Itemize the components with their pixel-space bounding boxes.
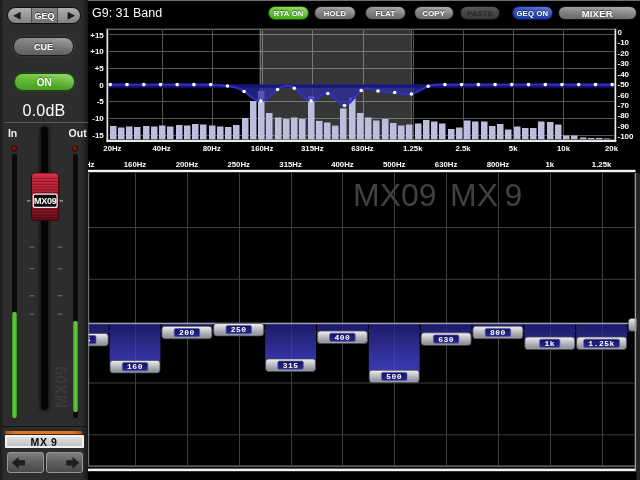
svg-text:5k: 5k (509, 144, 518, 153)
svg-text:10k: 10k (557, 144, 571, 153)
svg-text:-10: -10 (92, 114, 104, 123)
svg-text:400: 400 (334, 333, 350, 342)
svg-text:160: 160 (127, 362, 143, 371)
svg-text:200: 200 (179, 328, 195, 337)
svg-text:-5: -5 (97, 97, 105, 106)
svg-text:1.25k: 1.25k (592, 160, 612, 169)
svg-text:315: 315 (283, 361, 299, 370)
svg-text:160Hz: 160Hz (124, 160, 147, 169)
svg-text:9: 9 (505, 177, 523, 213)
svg-text:+10: +10 (90, 47, 104, 56)
svg-text:315Hz: 315Hz (279, 160, 302, 169)
svg-text:MX: MX (450, 177, 498, 213)
svg-text:-70: -70 (618, 101, 630, 110)
svg-text:400Hz: 400Hz (331, 160, 354, 169)
svg-text:-100: -100 (618, 132, 635, 141)
svg-text:80Hz: 80Hz (203, 144, 221, 153)
svg-text:-15: -15 (92, 131, 104, 140)
svg-text:250: 250 (231, 325, 247, 334)
svg-text:-80: -80 (618, 111, 630, 120)
svg-text:200Hz: 200Hz (176, 160, 199, 169)
svg-text:1k: 1k (544, 339, 555, 348)
svg-text:2.5k: 2.5k (455, 144, 471, 153)
svg-text:-30: -30 (618, 59, 630, 68)
svg-text:500Hz: 500Hz (383, 160, 406, 169)
svg-text:160Hz: 160Hz (251, 144, 274, 153)
svg-text:-60: -60 (618, 91, 630, 100)
svg-text:0: 0 (99, 81, 104, 90)
svg-text:+5: +5 (95, 64, 105, 73)
svg-text:0: 0 (618, 28, 623, 37)
svg-text:MX09: MX09 (34, 196, 57, 206)
svg-text:+15: +15 (90, 31, 104, 40)
svg-text:500: 500 (386, 372, 402, 381)
svg-text:1k: 1k (545, 160, 554, 169)
svg-text:800: 800 (490, 328, 506, 337)
svg-text:MX09: MX09 (53, 366, 70, 408)
svg-text:1.25k: 1.25k (588, 339, 615, 348)
svg-text:20k: 20k (605, 144, 619, 153)
svg-text:125Hz: 125Hz (88, 160, 95, 169)
svg-text:-10: -10 (618, 38, 630, 47)
svg-text:-40: -40 (618, 70, 630, 79)
svg-text:40Hz: 40Hz (152, 144, 170, 153)
svg-text:-90: -90 (618, 122, 630, 131)
svg-text:800Hz: 800Hz (487, 160, 510, 169)
svg-text:630Hz: 630Hz (435, 160, 458, 169)
svg-text:315Hz: 315Hz (301, 144, 324, 153)
svg-text:630Hz: 630Hz (351, 144, 374, 153)
svg-text:-20: -20 (618, 49, 630, 58)
svg-text:20Hz: 20Hz (103, 144, 121, 153)
svg-text:-50: -50 (618, 80, 630, 89)
svg-text:1.25k: 1.25k (403, 144, 423, 153)
svg-text:250Hz: 250Hz (227, 160, 250, 169)
svg-text:630: 630 (438, 335, 454, 344)
